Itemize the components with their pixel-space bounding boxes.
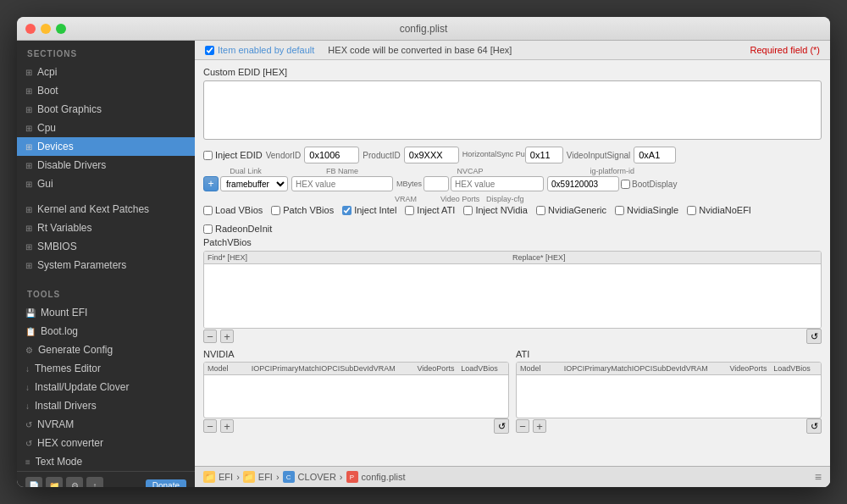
breadcrumb-plist-text: config.plist bbox=[362, 472, 406, 482]
grid-icon: ⊞ bbox=[25, 205, 32, 214]
nvidia-no-efi-checkbox[interactable] bbox=[687, 206, 696, 215]
ati-add-button[interactable]: + bbox=[533, 419, 546, 433]
inject-ati-checkbox[interactable] bbox=[405, 206, 414, 215]
sidebar-item-generate-config[interactable]: ⚙ Generate Config bbox=[17, 341, 195, 359]
patchvbios-header: Find* [HEX] Replace* [HEX] bbox=[204, 252, 821, 264]
breadcrumb-clover-text: CLOVER bbox=[298, 472, 336, 482]
sidebar-item-boot[interactable]: ⊞ Boot bbox=[17, 81, 195, 100]
ati-col-vram: VRAM bbox=[686, 364, 730, 373]
video-input-input[interactable] bbox=[634, 147, 676, 163]
sidebar-label-text-mode: Text Mode bbox=[36, 456, 82, 468]
patch-vbios-label[interactable]: Patch VBios bbox=[271, 205, 334, 215]
nvidia-single-checkbox[interactable] bbox=[615, 206, 624, 215]
vendor-id-input[interactable] bbox=[304, 147, 359, 163]
inject-nvidia-checkbox[interactable] bbox=[463, 206, 473, 215]
patchvbios-body bbox=[204, 264, 821, 328]
nvidia-add-button[interactable]: + bbox=[220, 419, 234, 433]
settings-icon[interactable]: ⚙ bbox=[66, 477, 83, 487]
grid-icon: ⊞ bbox=[25, 161, 32, 170]
framebuffer-select[interactable]: framebuffer bbox=[220, 176, 288, 191]
ati-refresh-button[interactable]: ↺ bbox=[806, 418, 822, 434]
info-bar: Item enabled by default HEX code will be… bbox=[195, 41, 830, 60]
sidebar-item-system-parameters[interactable]: ⊞ System Parameters bbox=[17, 256, 195, 274]
patchvbios-refresh-button[interactable]: ↺ bbox=[806, 329, 822, 344]
radeon-de-init-label[interactable]: RadeonDeInit bbox=[203, 224, 272, 234]
breadcrumb-plist: P config.plist bbox=[346, 471, 406, 483]
nvidia-single-label[interactable]: NvidiaSingle bbox=[615, 205, 678, 215]
patchvbios-section: PatchVBios Find* [HEX] Replace* [HEX] − … bbox=[203, 237, 822, 344]
radeon-de-init-checkbox[interactable] bbox=[203, 224, 213, 234]
efi1-icon: 📁 bbox=[203, 471, 215, 483]
nvidia-col-loadvbios: LoadVBios bbox=[461, 364, 505, 373]
sidebar-item-devices[interactable]: ⊞ Devices bbox=[17, 137, 195, 156]
sidebar-item-rt-variables[interactable]: ⊞ Rt Variables bbox=[17, 219, 195, 237]
sub-headers: VRAM Video Ports Display-cfg bbox=[203, 195, 822, 203]
breadcrumb-clover: C CLOVER bbox=[283, 471, 336, 483]
hsync-input[interactable] bbox=[525, 147, 563, 163]
minimize-button[interactable] bbox=[41, 24, 51, 34]
close-button[interactable] bbox=[25, 24, 36, 34]
sidebar-item-disable-drivers[interactable]: ⊞ Disable Drivers bbox=[17, 156, 195, 174]
hamburger-menu[interactable]: ≡ bbox=[815, 470, 822, 484]
patch-vbios-checkbox[interactable] bbox=[271, 206, 280, 215]
vram-input[interactable] bbox=[424, 176, 449, 191]
sidebar-item-kernel-kext[interactable]: ⊞ Kernel and Kext Patches bbox=[17, 200, 195, 219]
find-header: Find* [HEX] bbox=[208, 253, 512, 262]
nvidia-no-efi-label[interactable]: NvidiaNoEFI bbox=[687, 205, 751, 215]
inject-ati-label[interactable]: Inject ATI bbox=[405, 205, 455, 215]
checkboxes-row: Load VBios Patch VBios Inject Intel Inje… bbox=[203, 205, 822, 234]
file-icon[interactable]: 📄 bbox=[25, 477, 42, 487]
inject-intel-checkbox[interactable] bbox=[342, 206, 352, 215]
ati-table: Model IOPCIPrimaryMatch IOPCISubDevId VR… bbox=[516, 362, 822, 418]
enabled-default-checkbox[interactable] bbox=[205, 46, 214, 55]
custom-edid-label: Custom EDID [HEX] bbox=[203, 67, 822, 77]
load-vbios-label[interactable]: Load VBios bbox=[203, 205, 263, 215]
nvcap-input[interactable] bbox=[451, 176, 544, 191]
ig-platform-input[interactable] bbox=[547, 176, 619, 191]
fb-add-button[interactable]: + bbox=[203, 176, 219, 191]
inject-edid-label[interactable]: Inject EDID bbox=[203, 150, 263, 160]
donate-button[interactable]: Donate bbox=[146, 479, 186, 488]
custom-edid-input[interactable] bbox=[203, 80, 822, 140]
fullscreen-button[interactable] bbox=[56, 24, 66, 34]
product-id-input[interactable] bbox=[404, 147, 459, 163]
patchvbios-add-button[interactable]: + bbox=[220, 330, 234, 343]
drivers-icon: ↓ bbox=[25, 402, 30, 411]
nvcap-sub-label bbox=[290, 195, 391, 203]
sidebar-item-smbios[interactable]: ⊞ SMBIOS bbox=[17, 237, 195, 256]
sidebar-item-cpu[interactable]: ⊞ Cpu bbox=[17, 119, 195, 137]
sidebar-label-gui: Gui bbox=[37, 178, 53, 190]
sidebar-item-text-mode[interactable]: ≡ Text Mode bbox=[17, 452, 195, 471]
sidebar-item-themes-editor[interactable]: ↓ Themes Editor bbox=[17, 359, 195, 378]
grid-icon: ⊞ bbox=[25, 86, 32, 96]
sidebar-item-boot-graphics[interactable]: ⊞ Boot Graphics bbox=[17, 100, 195, 119]
sidebar-item-nvram[interactable]: ↺ NVRAM bbox=[17, 415, 195, 434]
nvidia-refresh-button[interactable]: ↺ bbox=[494, 418, 509, 434]
sidebar-item-acpi[interactable]: ⊞ Acpi bbox=[17, 63, 195, 81]
patchvbios-remove-button[interactable]: − bbox=[203, 330, 217, 343]
sidebar-item-mount-efi[interactable]: 💾 Mount EFI bbox=[17, 303, 195, 322]
inject-intel-label[interactable]: Inject Intel bbox=[342, 205, 396, 215]
content-body: Custom EDID [HEX] Inject EDID VendorID P… bbox=[195, 60, 830, 466]
boot-display-label: BootDisplay bbox=[632, 180, 677, 189]
inject-edid-row: Inject EDID VendorID ProductID Horizonta… bbox=[203, 147, 822, 163]
load-vbios-checkbox[interactable] bbox=[203, 206, 213, 215]
sidebar-item-boot-log[interactable]: 📋 Boot.log bbox=[17, 322, 195, 341]
sidebar-item-install-clover[interactable]: ↓ Install/Update Clover bbox=[17, 378, 195, 396]
folder-icon[interactable]: 📁 bbox=[46, 477, 63, 487]
share-icon[interactable]: ↑ bbox=[86, 477, 103, 487]
sidebar-item-hex-converter[interactable]: ↺ HEX converter bbox=[17, 434, 195, 452]
nvidia-remove-button[interactable]: − bbox=[203, 419, 217, 433]
nvidia-body bbox=[204, 375, 508, 418]
nvidia-generic-label[interactable]: NvidiaGeneric bbox=[536, 205, 606, 215]
sidebar-item-gui[interactable]: ⊞ Gui bbox=[17, 174, 195, 193]
ati-add-remove: − + bbox=[516, 419, 546, 433]
ati-remove-button[interactable]: − bbox=[516, 419, 529, 433]
sidebar-item-install-drivers[interactable]: ↓ Install Drivers bbox=[17, 396, 195, 415]
disk-icon: 💾 bbox=[25, 308, 36, 318]
boot-display-checkbox[interactable] bbox=[621, 180, 630, 189]
fb-name-input[interactable] bbox=[291, 176, 393, 191]
nvidia-generic-checkbox[interactable] bbox=[536, 206, 545, 215]
inject-nvidia-label[interactable]: Inject NVidia bbox=[463, 205, 528, 215]
inject-edid-checkbox[interactable] bbox=[203, 151, 213, 160]
